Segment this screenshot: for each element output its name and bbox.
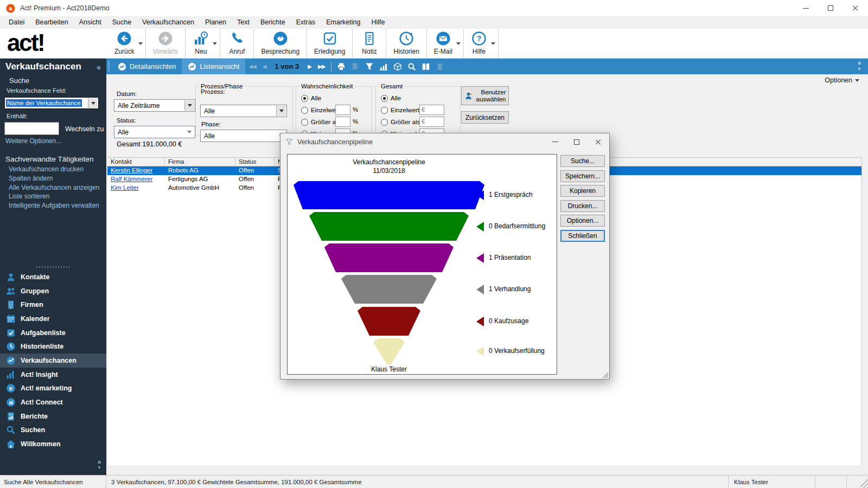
menu-emarketing[interactable]: Emarketing bbox=[321, 16, 366, 29]
sidebar-item-act-connect[interactable]: aAct! Connect bbox=[0, 395, 106, 409]
more-options-link[interactable]: Weitere Optionen... bbox=[5, 137, 61, 145]
funnel-icon[interactable] bbox=[362, 60, 376, 74]
sidebar-item-historienliste[interactable]: Historienliste bbox=[0, 339, 106, 354]
sidebar-item-aufgabenliste[interactable]: Aufgabenliste bbox=[0, 326, 106, 340]
menu-ansicht[interactable]: Ansicht bbox=[74, 16, 107, 29]
sidebar-item-willkommen[interactable]: Willkommen bbox=[0, 437, 106, 451]
goto-label[interactable]: Wechseln zu bbox=[65, 125, 104, 133]
toolbar-anruf-button[interactable]: Anruf bbox=[220, 29, 254, 59]
dialog-drucken-button[interactable]: Drucken... bbox=[560, 200, 605, 212]
menu-extras[interactable]: Extras bbox=[291, 16, 321, 29]
value-input[interactable]: € bbox=[419, 117, 444, 127]
viewbar-overflow-icon[interactable]: »▼ bbox=[857, 60, 861, 73]
radio-alle[interactable]: Alle bbox=[301, 94, 321, 102]
datum-select[interactable]: Alle Zeiträume bbox=[114, 99, 195, 112]
sidebar-item-firmen[interactable]: Firmen bbox=[0, 298, 106, 312]
options-menu[interactable]: Optionen bbox=[825, 76, 859, 84]
toolbar-besprechung-button[interactable]: Besprechung bbox=[254, 29, 307, 59]
column-header-kontakt[interactable]: Kontakt bbox=[107, 158, 165, 166]
dialog-kopieren-button[interactable]: Kopieren bbox=[560, 185, 605, 197]
sidebar-item-berichte[interactable]: Berichte bbox=[0, 409, 106, 423]
toolbar-e-mail-button[interactable]: E-Mail bbox=[427, 29, 464, 59]
chevron-down-icon[interactable] bbox=[276, 106, 286, 116]
tab-listenansicht[interactable]: Listenansicht bbox=[182, 59, 245, 74]
dialog-resize-grip[interactable] bbox=[603, 373, 608, 378]
related-link-alle-verkaufschancen-anzeigen[interactable]: Alle Verkaufschancen anzeigen bbox=[9, 183, 99, 192]
dialog-suche-button[interactable]: Suche... bbox=[560, 155, 605, 167]
related-link-intelligente-aufgaben-verwalten[interactable]: Intelligente Aufgaben verwalten bbox=[9, 201, 99, 210]
dialog-close-button[interactable] bbox=[588, 133, 609, 150]
menu-planen[interactable]: Planen bbox=[200, 16, 232, 29]
phase-select[interactable]: Alle bbox=[200, 130, 287, 142]
contact-link[interactable]: Ralf Kämmerer bbox=[111, 176, 152, 182]
toolbar-hilfe-button[interactable]: ?Hilfe bbox=[464, 29, 499, 59]
radio-alle[interactable]: Alle bbox=[381, 94, 401, 102]
radio-button[interactable] bbox=[381, 95, 388, 102]
collapse-sidebar-icon[interactable]: « bbox=[97, 63, 101, 72]
minimize-button[interactable] bbox=[793, 0, 818, 16]
maximize-button[interactable] bbox=[818, 0, 843, 16]
contact-link[interactable]: Kim Leiter bbox=[111, 184, 139, 191]
toolbar-neu-button[interactable]: Neu bbox=[186, 29, 220, 59]
sidebar-item-verkaufschancen[interactable]: Verkaufschancen bbox=[0, 354, 106, 368]
related-link-verkaufschancen-drucken[interactable]: Verkaufschancen drucken bbox=[9, 165, 99, 174]
print-icon[interactable] bbox=[334, 60, 348, 74]
toolbar-grip[interactable] bbox=[108, 61, 110, 72]
menu-suche[interactable]: Suche bbox=[107, 16, 137, 29]
chevron-down-icon[interactable] bbox=[88, 98, 98, 108]
sidebar-item-kalender[interactable]: Kalender bbox=[0, 312, 106, 326]
select-user-button[interactable]: Benutzer auswählen bbox=[461, 86, 509, 105]
columns-icon[interactable] bbox=[419, 60, 433, 74]
dialog-maximize-button[interactable] bbox=[566, 133, 588, 150]
menu-bearbeiten[interactable]: Bearbeiten bbox=[30, 16, 73, 29]
toolbar-historien-button[interactable]: Historien bbox=[386, 29, 426, 59]
sidebar-item-gruppen[interactable]: Gruppen bbox=[0, 284, 106, 298]
radio-größer-als[interactable]: Größer als: bbox=[381, 118, 422, 126]
nav-next-icon[interactable]: ▶ bbox=[304, 63, 315, 69]
cube-icon[interactable] bbox=[391, 60, 405, 74]
chevron-down-icon[interactable] bbox=[138, 42, 143, 45]
sidebar-splitter[interactable] bbox=[0, 265, 106, 269]
bar-chart-icon[interactable] bbox=[376, 60, 391, 74]
status-select[interactable]: Alle bbox=[114, 126, 195, 138]
reset-button[interactable]: Zurücksetzen bbox=[461, 111, 509, 124]
tab-detailansichten[interactable]: Detailansichten bbox=[112, 59, 182, 74]
sidebar-item-act-emarketing[interactable]: eAct! emarketing bbox=[0, 382, 106, 396]
chevron-down-icon[interactable] bbox=[456, 42, 461, 45]
toolbar-notiz-button[interactable]: Notiz bbox=[353, 29, 386, 59]
menu-datei[interactable]: Datei bbox=[3, 16, 30, 29]
column-header-status[interactable]: Status bbox=[235, 158, 275, 166]
search-icon[interactable] bbox=[405, 60, 419, 74]
sidebar-item-act-insight[interactable]: Act! Insight bbox=[0, 368, 106, 382]
menu-text[interactable]: Text bbox=[232, 16, 255, 29]
menu-berichte[interactable]: Berichte bbox=[255, 16, 291, 29]
toolbar-erledigung-button[interactable]: Erledigung bbox=[307, 29, 353, 59]
radio-einzelwert[interactable]: Einzelwert: bbox=[381, 106, 421, 114]
resize-grip[interactable] bbox=[860, 476, 868, 488]
dialog-minimize-button[interactable] bbox=[544, 133, 566, 150]
dialog-schließen-button[interactable]: Schließen bbox=[560, 230, 605, 242]
sidebar-expand-icon[interactable]: »▼ bbox=[97, 459, 101, 471]
value-input[interactable] bbox=[335, 117, 350, 127]
related-link-liste-sortieren[interactable]: Liste sortieren bbox=[9, 192, 99, 201]
chevron-down-icon[interactable] bbox=[184, 100, 194, 111]
column-header-firma[interactable]: Firma bbox=[165, 158, 235, 166]
radio-button[interactable] bbox=[301, 107, 308, 114]
value-input[interactable] bbox=[335, 105, 350, 115]
contact-link[interactable]: Kerstin Ellinger bbox=[111, 167, 152, 174]
dialog-speichern-button[interactable]: Speichern... bbox=[560, 170, 605, 182]
prozess-select[interactable]: Alle bbox=[200, 105, 287, 117]
toolbar-zurück-button[interactable]: Zurück bbox=[107, 29, 146, 59]
close-button[interactable] bbox=[843, 0, 868, 16]
value-input[interactable]: € bbox=[419, 105, 444, 115]
radio-button[interactable] bbox=[301, 95, 308, 102]
radio-button[interactable] bbox=[301, 119, 308, 126]
sidebar-item-suchen[interactable]: Suchen bbox=[0, 423, 106, 438]
related-link-spalten-ändern[interactable]: Spalten ändern bbox=[9, 174, 99, 183]
nav-last-icon[interactable]: ▶▶ bbox=[315, 63, 328, 69]
opportunity-field-select[interactable]: Name der Verkaufschance bbox=[4, 97, 99, 109]
chevron-down-icon[interactable] bbox=[491, 42, 495, 45]
sidebar-item-kontakte[interactable]: Kontakte bbox=[0, 270, 106, 284]
menu-verkaufschancen[interactable]: Verkaufschancen bbox=[137, 16, 200, 29]
chevron-down-icon[interactable] bbox=[184, 127, 194, 137]
